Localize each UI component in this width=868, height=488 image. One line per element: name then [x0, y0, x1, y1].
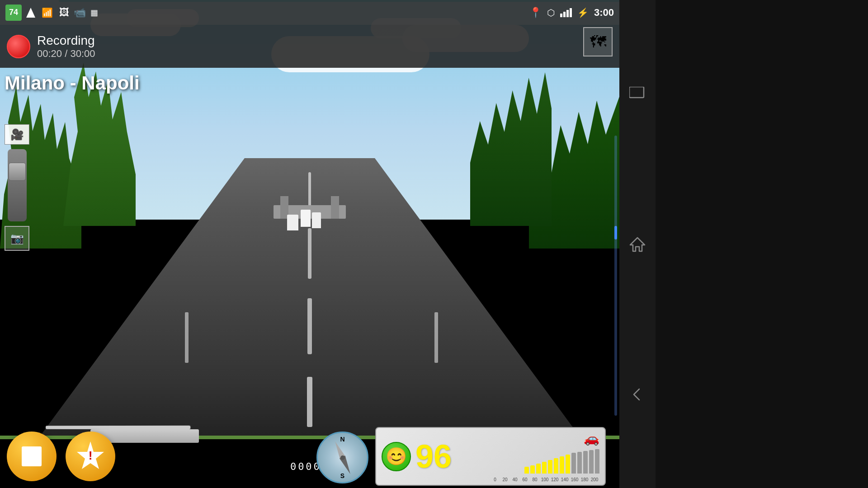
back-icon: [629, 386, 646, 403]
location-icon: 📍: [529, 7, 542, 19]
speed-right-panel: 🚗: [456, 431, 599, 482]
truck-3: [312, 212, 321, 228]
scale-label-140: 140: [560, 477, 570, 482]
scale-label-200: 200: [590, 477, 599, 482]
main-camera-area: 74 📶 🖼 📹 ▦ 📍 ⬡ ⚡: [0, 0, 619, 488]
scale-label-20: 20: [500, 477, 510, 482]
rec-separator: /: [65, 48, 70, 59]
scale-label-100: 100: [540, 477, 550, 482]
route-label: Milano - Napoli: [5, 72, 140, 94]
bar-2: [530, 465, 535, 474]
bar-11: [583, 451, 588, 474]
signal-bar-1: [560, 14, 562, 17]
truck-1: [287, 215, 298, 230]
bar-9: [571, 453, 576, 474]
rec-indicator: [7, 35, 30, 58]
svg-rect-1: [629, 87, 644, 98]
scale-label-160: 160: [570, 477, 580, 482]
scale-label-80: 80: [530, 477, 540, 482]
map-icon: 🗺: [590, 33, 606, 52]
status-bar: 74 📶 🖼 📹 ▦ 📍 ⬡ ⚡: [0, 0, 619, 25]
scroll-indicator: [614, 136, 617, 416]
scale-label-120: 120: [550, 477, 560, 482]
speed-number: 96: [415, 440, 452, 473]
smiley-icon: 😊: [386, 448, 407, 465]
zoom-handle[interactable]: [9, 163, 26, 181]
battery-icon: ⚡: [577, 7, 589, 18]
bar-5: [548, 460, 552, 474]
bar-7: [560, 456, 564, 474]
compass-circle: N S: [316, 432, 368, 483]
event-burst: !: [75, 441, 106, 472]
recent-apps-icon: [629, 87, 646, 100]
bar-10: [577, 452, 582, 474]
bar-3: [536, 464, 541, 474]
back-button[interactable]: [624, 381, 651, 408]
image-icon: 🖼: [59, 7, 69, 19]
status-left: 74 📶 🖼 📹 ▦: [5, 5, 98, 21]
video-icon: 🎥: [10, 128, 24, 141]
bar-4: [542, 462, 547, 474]
home-button[interactable]: [624, 230, 651, 258]
bluetooth-status-icon: ⬡: [547, 7, 555, 18]
signal-bar-3: [566, 10, 569, 17]
bar-13: [595, 449, 599, 474]
videocam-icon: 📹: [74, 7, 86, 19]
compass-center-dot: [340, 455, 345, 460]
nav-bar: [619, 0, 656, 488]
truck-2: [301, 210, 311, 227]
nav-arrow-icon: [26, 8, 35, 18]
map-button[interactable]: 🗺: [583, 27, 613, 56]
rec-current-time: 00:20: [37, 48, 62, 59]
scale-label-0: 0: [490, 477, 500, 482]
left-controls: 🎥 📷: [5, 124, 29, 251]
scale-label-60: 60: [520, 477, 530, 482]
signal-bars: [560, 8, 572, 17]
bar-8: [566, 455, 570, 474]
video-toggle-button[interactable]: 🎥: [5, 124, 29, 145]
bar-1: [524, 467, 529, 474]
compass-north-label: N: [340, 436, 344, 443]
bluetooth-icon: 📶: [42, 7, 53, 18]
zoom-slider[interactable]: [8, 149, 27, 221]
grid-icon: ▦: [90, 8, 98, 18]
home-icon: [629, 236, 646, 252]
exclaim-text: !: [89, 449, 93, 463]
stop-button[interactable]: [7, 432, 57, 481]
stop-icon: [22, 446, 42, 466]
speed-scale: [524, 449, 599, 474]
scale-label-40: 40: [510, 477, 520, 482]
photo-button[interactable]: 📷: [5, 226, 29, 251]
event-button[interactable]: !: [66, 432, 115, 481]
car-icon: 🚗: [584, 431, 599, 446]
camera-icon: 📷: [10, 232, 24, 245]
rec-text: Recording 00:20 / 30:00: [37, 33, 95, 60]
smiley-indicator: 😊: [382, 442, 411, 471]
compass-south-label: S: [340, 472, 344, 479]
time-display: 3:00: [594, 7, 614, 19]
recording-bar: Recording 00:20 / 30:00: [0, 25, 619, 68]
compass: N S: [316, 432, 368, 483]
rec-title: Recording: [37, 33, 95, 48]
recent-apps-button[interactable]: [624, 80, 651, 107]
speed-panel: 😊 96 🚗: [375, 427, 606, 486]
bar-12: [589, 450, 594, 474]
bar-6: [554, 458, 558, 474]
notification-badge: 74: [5, 5, 22, 21]
status-right: 📍 ⬡ ⚡ 3:00: [529, 7, 614, 19]
scale-label-180: 180: [580, 477, 590, 482]
bottom-bar: ! 00000 N S 😊: [0, 425, 619, 488]
rec-time: 00:20 / 30:00: [37, 48, 95, 60]
signal-bar-2: [563, 12, 566, 17]
scale-labels: 0 20 40 60 80 100 120 140 160 180 200: [490, 477, 599, 482]
signal-bar-4: [570, 8, 572, 17]
rec-total-time: 30:00: [70, 48, 95, 59]
scroll-thumb: [614, 226, 617, 239]
svg-marker-2: [630, 238, 645, 251]
